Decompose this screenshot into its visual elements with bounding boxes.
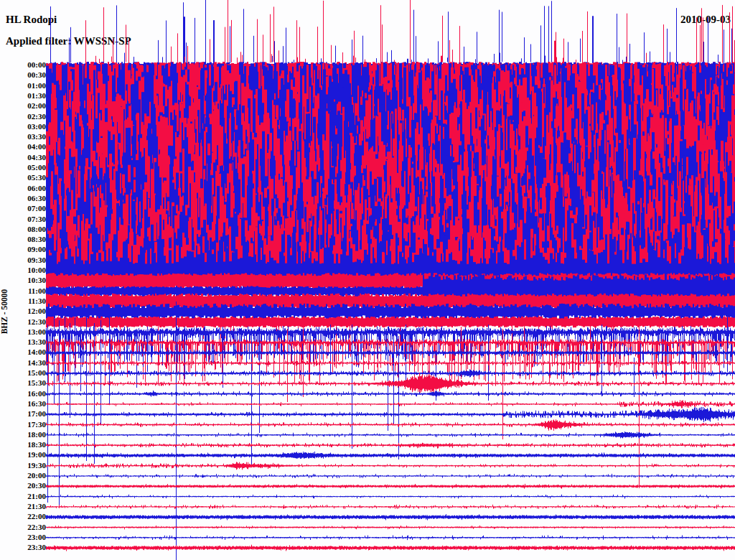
- time-label-0530: 05:30: [0, 174, 46, 182]
- time-label-1530: 15:30: [0, 379, 46, 387]
- time-label-0130: 01:30: [0, 92, 46, 100]
- time-label-0300: 03:00: [0, 123, 46, 131]
- time-label-0000: 00:00: [0, 61, 46, 69]
- time-label-0500: 05:00: [0, 164, 46, 172]
- time-label-0830: 08:30: [0, 235, 46, 243]
- time-label-1500: 15:00: [0, 369, 46, 377]
- time-label-0200: 02:00: [0, 102, 46, 110]
- time-label-0030: 00:30: [0, 71, 46, 79]
- time-label-1830: 18:30: [0, 441, 46, 449]
- time-label-1600: 16:00: [0, 390, 46, 398]
- time-label-2230: 22:30: [0, 523, 46, 531]
- time-label-0400: 04:00: [0, 143, 46, 151]
- time-label-1100: 11:00: [0, 287, 46, 295]
- time-label-1400: 14:00: [0, 348, 46, 356]
- time-label-2030: 20:30: [0, 482, 46, 490]
- seismogram-canvas: [0, 0, 735, 560]
- time-label-1430: 14:30: [0, 359, 46, 367]
- time-label-0730: 07:30: [0, 215, 46, 223]
- time-label-0230: 02:30: [0, 113, 46, 121]
- time-label-0800: 08:00: [0, 225, 46, 233]
- time-label-0100: 01:00: [0, 82, 46, 90]
- time-label-0700: 07:00: [0, 205, 46, 213]
- time-label-1630: 16:30: [0, 400, 46, 408]
- time-label-0630: 06:30: [0, 195, 46, 202]
- time-label-0330: 03:30: [0, 133, 46, 141]
- time-label-2200: 22:00: [0, 513, 46, 521]
- webicorder-page: HL Rodopi Applied filter: WWSSN-SP 2010-…: [0, 0, 735, 560]
- time-label-1030: 10:30: [0, 276, 46, 284]
- time-label-0600: 06:00: [0, 185, 46, 192]
- time-label-2100: 21:00: [0, 493, 46, 500]
- time-label-0430: 04:30: [0, 154, 46, 162]
- time-label-1000: 10:00: [0, 266, 46, 274]
- applied-filter-label: Applied filter: WWSSN-SP: [6, 35, 131, 47]
- time-label-1800: 18:00: [0, 431, 46, 439]
- time-label-1730: 17:30: [0, 421, 46, 429]
- time-label-2000: 20:00: [0, 472, 46, 480]
- time-label-1300: 13:00: [0, 328, 46, 336]
- time-label-2130: 21:30: [0, 503, 46, 510]
- time-label-1900: 19:00: [0, 451, 46, 459]
- time-label-1200: 12:00: [0, 307, 46, 315]
- time-label-1230: 12:30: [0, 318, 46, 326]
- time-label-0900: 09:00: [0, 246, 46, 253]
- time-label-1330: 13:30: [0, 338, 46, 346]
- station-title: HL Rodopi: [6, 14, 57, 26]
- date-label: 2010-09-03: [650, 14, 731, 26]
- time-label-1700: 17:00: [0, 410, 46, 418]
- time-label-2300: 23:00: [0, 533, 46, 541]
- time-label-1130: 11:30: [0, 297, 46, 305]
- time-label-2330: 23:30: [0, 543, 46, 551]
- time-label-0930: 09:30: [0, 256, 46, 264]
- time-label-1930: 19:30: [0, 462, 46, 470]
